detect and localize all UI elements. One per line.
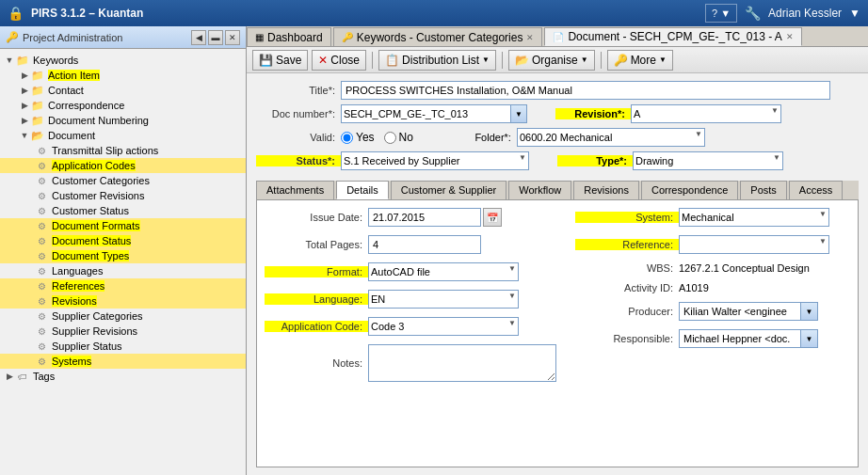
tree-item-doc-types[interactable]: ⚙ Document Types: [0, 248, 246, 263]
total-pages-row: Total Pages:: [265, 235, 556, 254]
tree-item-systems[interactable]: ⚙ Systems: [0, 354, 246, 369]
app-code-select[interactable]: Code 3: [368, 317, 519, 336]
tab-posts[interactable]: Posts: [740, 181, 787, 199]
revision-select[interactable]: A: [631, 104, 781, 123]
tree-item-languages[interactable]: ⚙ Languages: [0, 263, 246, 278]
tab-document[interactable]: 📄 Document - SECH_CPM_GE-_TC_013 - A ✕: [544, 27, 801, 46]
total-pages-input[interactable]: [368, 235, 481, 254]
gear-icon-doc-status: ⚙: [34, 234, 49, 247]
keywords-tab-close[interactable]: ✕: [526, 33, 534, 42]
valid-yes-radio[interactable]: [341, 132, 353, 144]
document-tab-label: Document - SECH_CPM_GE-_TC_013 - A: [568, 30, 781, 43]
tree-item-doc-numbering[interactable]: ▶ 📁 Document Numbering: [0, 113, 246, 128]
status-select[interactable]: S.1 Received by Supplier: [341, 151, 529, 170]
distribution-list-button[interactable]: 📋 Distribution List ▼: [378, 50, 496, 71]
panel-btn-1[interactable]: ◀: [191, 30, 206, 45]
document-tab-close[interactable]: ✕: [786, 32, 794, 41]
tab-details[interactable]: Details: [336, 181, 389, 199]
notes-input[interactable]: [368, 344, 556, 382]
tree-arrow-correspondence: ▶: [19, 101, 30, 110]
tree-arrow-document: ▼: [19, 131, 30, 140]
tree-item-supplier-status[interactable]: ⚙ Supplier Status: [0, 339, 246, 354]
tree-label-cust-status: Customer Status: [52, 205, 129, 216]
tree-item-revisions[interactable]: ⚙ Revisions: [0, 293, 246, 309]
tree-item-transmittal[interactable]: ⚙ Transmittal Slip actions: [0, 143, 246, 158]
tab-customer-supplier[interactable]: Customer & Supplier: [391, 181, 507, 199]
issue-date-input[interactable]: [368, 208, 481, 227]
user-dropdown-icon[interactable]: ▼: [849, 7, 860, 20]
type-select[interactable]: Drawing: [633, 151, 783, 170]
tree-item-references[interactable]: ⚙ References: [0, 278, 246, 293]
status-label: Status*:: [256, 155, 341, 166]
tree-item-cust-rev[interactable]: ⚙ Customer Revisions: [0, 188, 246, 203]
tree-arrow-doc-numbering: ▶: [19, 116, 30, 125]
distribution-icon: 📋: [385, 54, 399, 67]
tree-arrow-keywords: ▼: [4, 55, 15, 65]
producer-arrow-btn[interactable]: ▼: [801, 302, 818, 321]
issue-date-label: Issue Date:: [265, 212, 368, 223]
responsible-arrow-btn[interactable]: ▼: [801, 329, 818, 348]
tree-item-action-item[interactable]: ▶ 📁 Action Item: [0, 68, 246, 83]
tree-item-cust-cat[interactable]: ⚙ Customer Categories: [0, 173, 246, 188]
tree-item-correspondence[interactable]: ▶ 📁 Correspondence: [0, 98, 246, 113]
tab-keywords[interactable]: 🔑 Keywords - Customer Categories ✕: [333, 27, 543, 46]
format-row: Format: AutoCAD file: [265, 262, 556, 281]
tab-workflow[interactable]: Workflow: [508, 181, 571, 199]
doc-number-select[interactable]: SECH_CPM_GE-_TC_013: [341, 104, 510, 123]
save-button[interactable]: 💾 Save: [252, 50, 308, 71]
panel-btn-2[interactable]: ▬: [208, 30, 223, 45]
tree-item-doc-status[interactable]: ⚙ Document Status: [0, 233, 246, 248]
tree-item-tags[interactable]: ▶ 🏷 Tags: [0, 369, 246, 384]
tree-item-keywords[interactable]: ▼ 📁 Keywords: [0, 53, 246, 68]
tree-label-transmittal: Transmittal Slip actions: [52, 145, 158, 156]
tree-item-contact[interactable]: ▶ 📁 Contact: [0, 83, 246, 98]
valid-yes-label[interactable]: Yes: [341, 131, 375, 144]
more-button[interactable]: 🔑 More ▼: [607, 50, 673, 71]
gear-icon-revisions: ⚙: [34, 294, 49, 308]
distribution-arrow: ▼: [482, 55, 490, 64]
doc-number-arrow[interactable]: ▼: [510, 104, 527, 123]
tab-correspondence[interactable]: Correspondence: [641, 181, 738, 199]
tab-revisions[interactable]: Revisions: [573, 181, 639, 199]
help-button[interactable]: ? ▼: [705, 4, 737, 23]
toolbar-sep-2: [502, 52, 503, 69]
valid-no-radio[interactable]: [384, 132, 396, 144]
tree-item-supplier-rev[interactable]: ⚙ Supplier Revisions: [0, 324, 246, 339]
panel-btn-3[interactable]: ✕: [225, 30, 240, 45]
tree-item-cust-status[interactable]: ⚙ Customer Status: [0, 203, 246, 218]
reference-select[interactable]: [679, 235, 829, 254]
tree-item-document[interactable]: ▼ 📂 Document: [0, 128, 246, 143]
calendar-button[interactable]: 📅: [483, 208, 502, 227]
more-arrow: ▼: [659, 55, 667, 64]
tab-attachments[interactable]: Attachments: [256, 181, 334, 199]
responsible-input[interactable]: [679, 329, 801, 348]
total-pages-label: Total Pages:: [265, 239, 368, 250]
folder-icon-keywords: 📁: [15, 54, 30, 67]
tree-label-supplier-rev: Supplier Revisions: [52, 325, 137, 337]
tree-label-languages: Languages: [52, 265, 103, 277]
save-icon: 💾: [259, 54, 273, 67]
tree-item-app-codes[interactable]: ⚙ Application Codes: [0, 158, 246, 173]
format-select[interactable]: AutoCAD file: [368, 262, 519, 281]
document-tab-icon: 📄: [553, 32, 564, 42]
tab-dashboard[interactable]: ▦ Dashboard: [247, 27, 331, 46]
close-label: Close: [330, 54, 360, 67]
tree-item-doc-formats[interactable]: ⚙ Document Formats: [0, 218, 246, 233]
app-title: PIRS 3.1.2 – Kuantan: [31, 7, 143, 20]
detail-tabs: Attachments Details Customer & Supplier …: [256, 181, 859, 200]
tree-item-supplier-cat[interactable]: ⚙ Supplier Categories: [0, 309, 246, 324]
close-button[interactable]: ✕ Close: [312, 50, 366, 71]
project-admin-label: 🔑 Project Administration: [6, 31, 122, 43]
settings-icon[interactable]: 🔧: [745, 6, 761, 21]
reference-select-wrap: [679, 235, 829, 254]
folder-icon-doc-numbering: 📁: [30, 114, 45, 127]
system-select[interactable]: Mechanical: [679, 208, 829, 227]
language-select[interactable]: EN: [368, 290, 519, 309]
more-label: More: [631, 54, 656, 67]
organise-button[interactable]: 📂 Organise ▼: [508, 50, 595, 71]
folder-select[interactable]: 0600.20 Mechanical: [517, 128, 705, 147]
tab-access[interactable]: Access: [789, 181, 843, 199]
producer-input[interactable]: [679, 302, 801, 321]
valid-no-label[interactable]: No: [384, 131, 413, 144]
title-input[interactable]: [341, 81, 830, 100]
